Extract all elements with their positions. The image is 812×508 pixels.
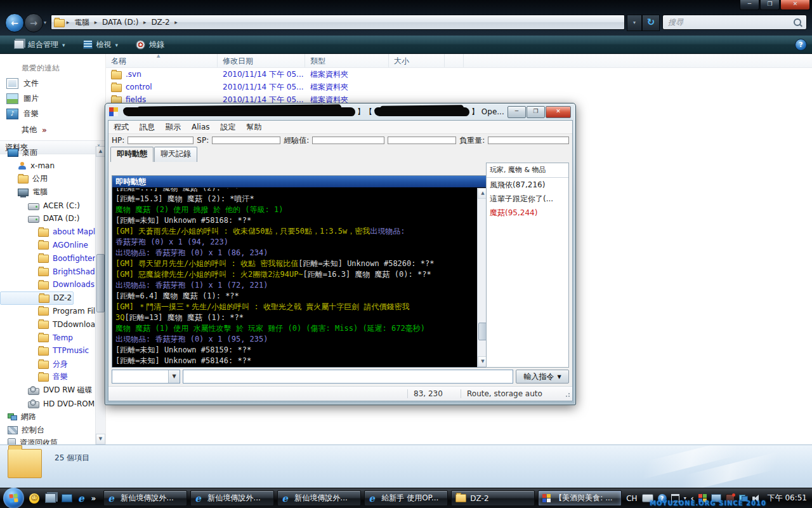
restore-icon[interactable] <box>671 494 679 502</box>
file-row[interactable]: control2010/11/14 下午 05...檔案資料夾 <box>106 81 812 93</box>
switch-windows-icon[interactable] <box>45 493 56 503</box>
chevron-left-icon[interactable]: ‹ <box>691 494 694 503</box>
tree-item[interactable]: DVD RW 磁碟 <box>0 384 95 397</box>
bot-titlebar[interactable]: 】【 】 Ope... ─ ❐ ✕ <box>105 104 575 120</box>
log-segment: [距離=13] 魔物 魔菇 (1): *?* <box>124 313 244 322</box>
tree-item[interactable]: 控制台 <box>0 424 95 437</box>
volume-icon[interactable] <box>752 495 761 502</box>
sidebar-item-pic[interactable]: 圖片 <box>6 93 105 104</box>
taskbar-button[interactable]: 【美酒與美食: ... <box>538 490 622 506</box>
ie-icon[interactable]: e <box>78 494 84 503</box>
tree-item[interactable]: 分身 <box>0 358 95 371</box>
tree-item[interactable]: 電腦 <box>0 185 95 199</box>
refresh-button[interactable]: ↻ <box>642 15 660 31</box>
send-command-button[interactable]: 輸入指令 ▼ <box>516 370 569 384</box>
tree-item[interactable]: Downloads <box>0 278 95 291</box>
recent-pages-chevron-icon[interactable]: ▾ <box>44 20 46 25</box>
breadcrumb-item[interactable]: 電腦 <box>71 17 93 29</box>
file-row[interactable]: .svn2010/11/14 下午 05...檔案資料夾 <box>106 68 812 81</box>
tree-item[interactable]: AGOnline <box>0 239 95 252</box>
chevron-down-icon[interactable]: ▾ <box>684 495 686 501</box>
bot-close-button[interactable]: ✕ <box>546 106 571 118</box>
start-button[interactable] <box>3 488 24 508</box>
keyboard-icon[interactable] <box>642 494 653 502</box>
safely-remove-icon[interactable] <box>726 494 735 503</box>
tree-item[interactable]: TDdownloa <box>0 318 95 331</box>
chevron-down-icon[interactable]: ▼ <box>168 370 180 383</box>
resize-grip[interactable] <box>565 391 571 397</box>
clock[interactable]: 下午 06:51 <box>768 493 807 504</box>
breadcrumb-item[interactable]: DZ-2 <box>148 17 173 27</box>
menu-item[interactable]: Alias <box>192 123 209 131</box>
back-button[interactable]: ← <box>5 13 24 32</box>
tree-item[interactable]: about Mapl <box>0 225 95 239</box>
tree-item[interactable]: Bootfighter <box>0 251 95 265</box>
bot-minimize-button[interactable]: ─ <box>508 106 526 118</box>
tree-item[interactable]: 網路 <box>0 410 95 424</box>
tab-chat-log[interactable]: 聊天記錄 <box>154 147 197 162</box>
taskbar-button[interactable]: DZ-2 <box>451 490 535 506</box>
column-header[interactable]: 類型 <box>305 54 389 67</box>
menu-item[interactable]: 顯示 <box>166 122 181 133</box>
tree-item[interactable]: HD DVD-ROM <box>0 397 95 410</box>
command-input[interactable] <box>183 370 513 384</box>
tree-item[interactable]: Temp <box>0 331 95 344</box>
help-icon[interactable]: ? <box>658 494 667 503</box>
tree-scrollbar[interactable]: ▲ ▼ <box>95 146 105 444</box>
explorer-close-button[interactable]: ✕ <box>780 0 810 10</box>
sidebar-item-more[interactable]: 其他 » <box>22 124 105 135</box>
scroll-up-icon[interactable]: ▲ <box>96 146 105 157</box>
help-icon[interactable]: ? <box>795 39 807 51</box>
menu-item[interactable]: 幫助 <box>246 122 261 133</box>
column-header[interactable]: 修改日期 <box>218 54 305 67</box>
tab-live-feed[interactable]: 即時動態 <box>110 147 154 162</box>
explorer-minimize-button[interactable]: ─ <box>740 0 759 10</box>
taskbar-button[interactable]: 給新手 使用OP... <box>364 490 448 506</box>
tree-item[interactable]: BrightShado <box>0 265 95 278</box>
breadcrumb-item[interactable]: DATA (D:) <box>99 17 141 27</box>
menu-item[interactable]: 設定 <box>220 122 235 133</box>
explorer-maximize-button[interactable]: ❐ <box>760 0 780 10</box>
tree-item[interactable]: Program File <box>0 305 95 318</box>
show-desktop-icon[interactable] <box>62 494 72 502</box>
tree-item[interactable]: 公用 <box>0 173 95 186</box>
toolbar-burn-button[interactable]: 燒錄 <box>132 37 168 52</box>
taskbar-button[interactable]: 新仙境傳說外... <box>277 490 361 506</box>
sidebar-item-music[interactable]: 音樂 <box>6 109 105 119</box>
messenger-tray-icon[interactable] <box>698 494 707 502</box>
panel-item[interactable]: 魔菇(95,244) <box>487 206 568 220</box>
tree-item[interactable]: DZ-2 <box>0 291 74 305</box>
menu-item[interactable]: 程式 <box>114 122 129 133</box>
forward-button[interactable]: → <box>24 13 43 32</box>
messenger-icon[interactable] <box>29 493 39 504</box>
bot-maximize-button[interactable]: ❐ <box>527 106 545 118</box>
taskbar-button[interactable]: 新仙境傳說外... <box>103 490 187 506</box>
scroll-down-icon[interactable]: ▼ <box>96 434 105 444</box>
panel-item[interactable]: 風飛依(87,216) <box>487 178 568 192</box>
tree-item[interactable]: ACER (C:) <box>0 199 95 212</box>
column-header[interactable]: 名稱 <box>106 54 218 67</box>
tree-item[interactable]: x-man <box>0 159 95 173</box>
sidebar-item-doc[interactable]: 文件 <box>6 78 105 89</box>
toolbar-organize-button[interactable]: 組合管理 <box>10 37 69 52</box>
menu-item[interactable]: 訊息 <box>140 122 155 133</box>
panel-item[interactable]: 這輩子跟定你了(... <box>487 192 568 206</box>
address-bar[interactable]: 電腦DATA (D:)DZ-2 <box>51 15 625 30</box>
toolbar-views-button[interactable]: 檢視 <box>79 37 122 52</box>
language-indicator[interactable]: CH <box>626 494 637 503</box>
taskbar-button[interactable]: 新仙境傳說外... <box>190 490 274 506</box>
address-dropdown-button[interactable]: ▾ <box>627 15 642 31</box>
search-input[interactable]: 搜尋 <box>662 15 807 30</box>
tree-item[interactable]: 音樂 <box>0 371 95 384</box>
display-settings-icon[interactable] <box>711 494 721 502</box>
command-combobox[interactable]: ▼ <box>112 370 180 384</box>
quick-launch-overflow-chevron[interactable]: » <box>91 494 96 503</box>
scroll-thumb[interactable] <box>96 254 105 312</box>
search-icon[interactable] <box>794 18 801 26</box>
network-icon[interactable] <box>739 495 748 502</box>
tree-item[interactable]: 資源回收筒 <box>0 437 95 444</box>
tree-item[interactable]: 桌面 <box>0 146 95 159</box>
column-header[interactable]: 大小 <box>389 54 445 67</box>
tree-item[interactable]: TTPmusic <box>0 344 95 358</box>
tree-item[interactable]: DATA (D:) <box>0 212 95 225</box>
